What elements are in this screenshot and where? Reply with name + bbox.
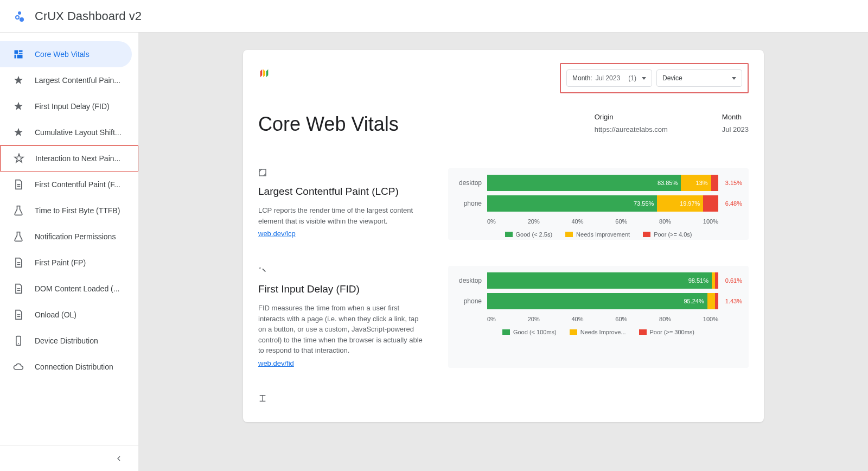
chevron-down-icon (732, 77, 736, 80)
sidebar-item-label: Core Web Vitals (35, 50, 90, 59)
metric-chart: desktop98.51%0.61%phone95.24%1.43%0%20%4… (448, 266, 749, 368)
svg-point-0 (18, 11, 21, 15)
sidebar-item-label: First Contentful Paint (F... (35, 180, 120, 189)
bar-segment-poor (715, 272, 718, 289)
svg-point-2 (20, 17, 24, 22)
legend-poor: Poor (>= 4.0s) (643, 231, 692, 238)
star-outline-icon (14, 153, 24, 164)
metric-doc-link[interactable]: web.dev/lcp (258, 230, 296, 238)
month-filter[interactable]: Month: Jul 2023 (1) (566, 69, 652, 87)
doc-icon (13, 309, 24, 320)
metric-icon (258, 266, 267, 275)
sidebar-footer (0, 445, 138, 471)
app-header: CrUX Dashboard v2 (0, 0, 868, 33)
bar-poor-value: 1.43% (718, 298, 742, 304)
metric-doc-link[interactable]: web.dev/fid (258, 359, 294, 367)
svg-rect-7 (17, 55, 23, 59)
chart-bar-row: desktop83.85%13%3.15% (455, 175, 742, 191)
sidebar-item-onload-ol[interactable]: Onload (OL) (0, 302, 132, 328)
sidebar-item-label: Connection Distribution (35, 362, 113, 371)
axis-tick: 40% (571, 316, 583, 322)
sidebar-item-time-to-first-byte-ttfb[interactable]: Time to First Byte (TTFB) (0, 198, 132, 224)
sidebar-item-first-contentful-paint-f[interactable]: First Contentful Paint (F... (0, 171, 132, 198)
sidebar-item-first-paint-fp[interactable]: First Paint (FP) (0, 250, 132, 276)
bar-category-label: phone (455, 200, 487, 207)
bar-segment-good: 98.51% (487, 272, 712, 289)
device-filter[interactable]: Device (656, 69, 742, 87)
sidebar-item-dom-content-loaded[interactable]: DOM Content Loaded (... (0, 276, 132, 302)
filters-highlight-box: Month: Jul 2023 (1) Device (560, 63, 749, 93)
sidebar-item-label: First Paint (FP) (35, 258, 86, 267)
month-filter-count: (1) (628, 74, 636, 82)
legend-ni: Needs Improvement (565, 231, 630, 238)
bar-segment-needs-improvement (707, 293, 715, 309)
sidebar-item-label: First Input Delay (FID) (35, 102, 110, 111)
flask-icon (13, 231, 24, 242)
chart-bar-row: phone73.55%19.97%6.48% (455, 195, 742, 212)
axis-tick: 20% (528, 218, 540, 225)
axis-tick: 100% (703, 218, 718, 225)
star-icon (13, 101, 24, 112)
device-filter-label: Device (662, 74, 682, 82)
axis-tick: 100% (703, 316, 718, 322)
legend-ni: Needs Improve... (570, 329, 626, 335)
svg-rect-4 (19, 50, 23, 52)
month-label: Month (722, 113, 749, 121)
sidebar-item-cumulative-layout-shift[interactable]: Cumulative Layout Shift... (0, 119, 132, 145)
cloud-icon (13, 361, 24, 372)
month-filter-value: Jul 2023 (596, 74, 620, 82)
chart-bar-row: desktop98.51%0.61% (455, 272, 742, 289)
axis-tick: 80% (659, 316, 671, 322)
flask-icon (13, 205, 24, 216)
svg-rect-6 (15, 55, 16, 59)
sidebar: Core Web VitalsLargest Contentful Pain..… (0, 33, 139, 471)
chart-axis: 0%20%40%60%80%100% (487, 314, 742, 324)
metric-title: Largest Contentful Paint (LCP) (258, 186, 426, 198)
svg-rect-3 (15, 50, 18, 54)
sidebar-item-first-input-delay-fid[interactable]: First Input Delay (FID) (0, 93, 132, 119)
origin-value: https://aureatelabs.com (595, 125, 668, 133)
bar-segment-needs-improvement: 13% (681, 175, 711, 191)
report-card: Month: Jul 2023 (1) Device Core Web Vita… (243, 50, 764, 422)
metric-icon-cls (258, 394, 749, 405)
axis-tick: 60% (615, 316, 627, 322)
chart-axis: 0%20%40%60%80%100% (487, 216, 742, 227)
axis-tick: 60% (615, 218, 627, 225)
star-icon (13, 127, 24, 138)
origin-meta: Origin https://aureatelabs.com (595, 113, 668, 133)
bar-segment-poor (703, 195, 718, 212)
bar-segment-poor (715, 293, 718, 309)
sidebar-item-device-distribution[interactable]: Device Distribution (0, 328, 132, 354)
doc-icon (13, 257, 24, 268)
bar-poor-value: 0.61% (718, 277, 742, 284)
origin-label: Origin (595, 113, 668, 121)
sidebar-item-largest-contentful-pain[interactable]: Largest Contentful Pain... (0, 67, 132, 93)
sidebar-item-label: Cumulative Layout Shift... (35, 128, 122, 137)
dashboard-icon (13, 49, 24, 60)
sidebar-item-core-web-vitals[interactable]: Core Web Vitals (0, 41, 132, 67)
collapse-sidebar-icon[interactable] (114, 454, 123, 463)
chart-legend: Good (< 100ms)Needs Improve...Poor (>= 3… (455, 329, 742, 335)
bar-poor-value: 6.48% (718, 200, 742, 207)
chart-legend: Good (< 2.5s)Needs ImprovementPoor (>= 4… (455, 231, 742, 238)
bar-segment-poor (711, 175, 718, 191)
axis-tick: 0% (487, 316, 496, 322)
sidebar-item-notification-permissions[interactable]: Notification Permissions (0, 224, 132, 250)
bar-category-label: desktop (455, 277, 487, 284)
metric-section-0: Largest Contentful Paint (LCP)LCP report… (258, 168, 749, 240)
month-filter-label: Month: (572, 74, 592, 82)
axis-tick: 80% (659, 218, 671, 225)
sidebar-item-label: DOM Content Loaded (... (35, 284, 119, 293)
sidebar-item-connection-distribution[interactable]: Connection Distribution (0, 354, 132, 380)
app-title: CrUX Dashboard v2 (35, 9, 142, 23)
doc-icon (13, 179, 24, 190)
sidebar-item-label: Time to First Byte (TTFB) (35, 206, 120, 215)
metric-chart: desktop83.85%13%3.15%phone73.55%19.97%6.… (448, 168, 749, 240)
bar-segment-needs-improvement: 19.97% (657, 195, 703, 212)
bar-category-label: phone (455, 297, 487, 305)
bar-poor-value: 3.15% (718, 180, 742, 186)
sidebar-item-interaction-to-next-pain[interactable]: Interaction to Next Pain... (0, 145, 138, 171)
brand-logo-icon (258, 67, 270, 79)
svg-point-1 (16, 16, 19, 19)
metric-section-1: First Input Delay (FID)FID measures the … (258, 266, 749, 368)
